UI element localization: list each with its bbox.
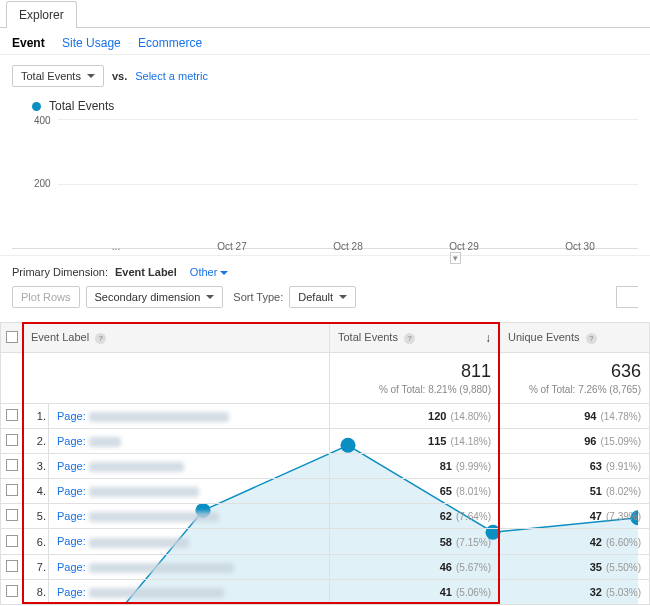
table-row: 6.Page: 58(7.15%)42(6.60%) [1, 529, 650, 554]
redacted-text [89, 412, 229, 422]
table-row: 4.Page: 65(8.01%)51(8.02%) [1, 479, 650, 504]
row-checkbox[interactable] [1, 554, 23, 579]
table-row: 5.Page: 62(7.64%)47(7.39%) [1, 504, 650, 529]
row-unique-events: 94(14.78%) [500, 404, 650, 429]
row-index: 2. [23, 429, 49, 454]
unique-events-sub: % of Total: 7.26% (8,765) [508, 384, 641, 395]
page-link[interactable]: Page: [57, 410, 86, 422]
row-unique-events: 96(15.09%) [500, 429, 650, 454]
row-unique-events: 63(9.91%) [500, 454, 650, 479]
table-row: 7.Page: 46(5.67%)35(5.50%) [1, 554, 650, 579]
row-checkbox[interactable] [1, 579, 23, 604]
col-event-label[interactable]: Event Label ? [23, 323, 330, 353]
chart-xtick: ... [58, 241, 174, 252]
subtab-site-usage[interactable]: Site Usage [62, 36, 121, 50]
total-events-value: 811 [461, 361, 491, 381]
subtab-event[interactable]: Event [12, 36, 45, 50]
page-link[interactable]: Page: [57, 460, 86, 472]
chevron-down-icon [87, 74, 95, 78]
page-link[interactable]: Page: [57, 535, 86, 547]
redacted-text [89, 462, 184, 472]
page-link[interactable]: Page: [57, 435, 86, 447]
row-label-cell[interactable]: Page: [49, 554, 330, 579]
row-checkbox[interactable] [1, 529, 23, 554]
chart-xaxis: ...Oct 27Oct 28Oct 29Oct 30 [58, 241, 638, 252]
row-index: 7. [23, 554, 49, 579]
page-link[interactable]: Page: [57, 485, 86, 497]
chart-xtick: Oct 28 [290, 241, 406, 252]
table-row: 1.Page: 120(14.80%)94(14.78%) [1, 404, 650, 429]
col-total-events[interactable]: Total Events ? ↓ [330, 323, 500, 353]
row-total-events: 81(9.99%) [330, 454, 500, 479]
row-checkbox[interactable] [1, 429, 23, 454]
row-index: 8. [23, 579, 49, 604]
select-all-checkbox[interactable] [1, 323, 23, 353]
row-total-events: 46(5.67%) [330, 554, 500, 579]
page-link[interactable]: Page: [57, 510, 86, 522]
row-label-cell[interactable]: Page: [49, 504, 330, 529]
vs-label: vs. [112, 70, 127, 82]
chart-xtick: Oct 27 [174, 241, 290, 252]
redacted-text [89, 512, 219, 522]
col-unique-events[interactable]: Unique Events ? [500, 323, 650, 353]
row-unique-events: 32(5.03%) [500, 579, 650, 604]
row-index: 4. [23, 479, 49, 504]
data-table: Event Label ? Total Events ? ↓ Unique Ev… [0, 322, 650, 605]
page-link[interactable]: Page: [57, 586, 86, 598]
row-index: 5. [23, 504, 49, 529]
row-checkbox[interactable] [1, 504, 23, 529]
table-row: 2.Page: 115(14.18%)96(15.09%) [1, 429, 650, 454]
total-events-sub: % of Total: 8.21% (9,880) [338, 384, 491, 395]
select-metric-link[interactable]: Select a metric [135, 70, 208, 82]
row-index: 3. [23, 454, 49, 479]
row-total-events: 115(14.18%) [330, 429, 500, 454]
chart-xtick: Oct 30 [522, 241, 638, 252]
help-icon[interactable]: ? [586, 333, 597, 344]
row-index: 6. [23, 529, 49, 554]
row-label-cell[interactable]: Page: [49, 429, 330, 454]
subtab-ecommerce[interactable]: Ecommerce [138, 36, 202, 50]
page-link[interactable]: Page: [57, 561, 86, 573]
row-checkbox[interactable] [1, 479, 23, 504]
row-unique-events: 42(6.60%) [500, 529, 650, 554]
row-total-events: 65(8.01%) [330, 479, 500, 504]
chart-ytick-400: 400 [34, 115, 51, 126]
tab-explorer[interactable]: Explorer [6, 1, 77, 28]
row-index: 1. [23, 404, 49, 429]
row-unique-events: 51(8.02%) [500, 479, 650, 504]
redacted-text [89, 487, 199, 497]
row-total-events: 41(5.06%) [330, 579, 500, 604]
redacted-text [89, 563, 234, 573]
row-label-cell[interactable]: Page: [49, 529, 330, 554]
axis-marker: ▾ [450, 252, 461, 264]
help-icon[interactable]: ? [95, 333, 106, 344]
redacted-text [89, 437, 121, 447]
row-label-cell[interactable]: Page: [49, 479, 330, 504]
chart: 400 200 ...Oct 27Oct 28Oct 29Oct 30 ▾ [12, 119, 638, 249]
chart-ytick-200: 200 [34, 178, 51, 189]
metric-dropdown[interactable]: Total Events [12, 65, 104, 87]
metric-dropdown-label: Total Events [21, 70, 81, 82]
row-total-events: 62(7.64%) [330, 504, 500, 529]
legend-dot-icon [32, 102, 41, 111]
row-unique-events: 47(7.39%) [500, 504, 650, 529]
table-row: 8.Page: 41(5.06%)32(5.03%) [1, 579, 650, 604]
row-checkbox[interactable] [1, 454, 23, 479]
row-label-cell[interactable]: Page: [49, 404, 330, 429]
row-total-events: 58(7.15%) [330, 529, 500, 554]
row-checkbox[interactable] [1, 404, 23, 429]
row-total-events: 120(14.80%) [330, 404, 500, 429]
unique-events-value: 636 [611, 361, 641, 381]
legend-label: Total Events [49, 99, 114, 113]
sort-arrow-down-icon: ↓ [485, 331, 491, 345]
row-label-cell[interactable]: Page: [49, 454, 330, 479]
redacted-text [89, 588, 224, 598]
help-icon[interactable]: ? [404, 333, 415, 344]
redacted-text [89, 538, 189, 548]
row-label-cell[interactable]: Page: [49, 579, 330, 604]
chart-xtick: Oct 29 [406, 241, 522, 252]
table-row: 3.Page: 81(9.99%)63(9.91%) [1, 454, 650, 479]
row-unique-events: 35(5.50%) [500, 554, 650, 579]
